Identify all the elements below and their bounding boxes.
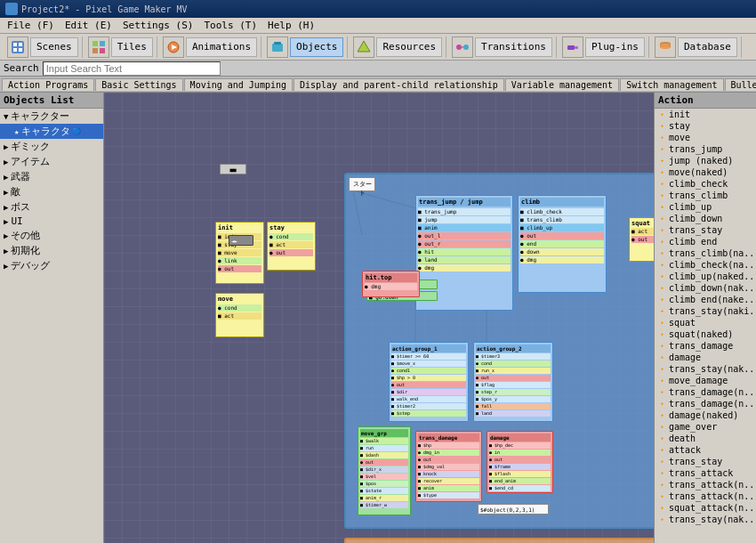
action-trans-climb-na[interactable]: 🔸trans_climb(na... xyxy=(655,247,756,259)
tree-item-boss[interactable]: ▶ ボス xyxy=(0,199,103,215)
action-squat-naked[interactable]: 🔸squat(naked) xyxy=(655,328,756,340)
action-climb-end-nake[interactable]: 🔸climb end(nake... xyxy=(655,294,756,305)
objects-icon-btn[interactable] xyxy=(267,36,288,58)
tree-item-enemy[interactable]: ▶ 敵 xyxy=(0,184,103,199)
action-damage-naked[interactable]: 🔸damage(naked) xyxy=(655,409,756,421)
bullet-icon: 🔸 xyxy=(658,181,666,188)
tree-item-item[interactable]: ▶ アイテム xyxy=(0,154,103,169)
toolbar-database[interactable]: Database xyxy=(678,37,737,57)
action-move-damage[interactable]: 🔸move_damage xyxy=(655,375,756,386)
plugins-icon-btn[interactable] xyxy=(562,36,583,58)
menu-file[interactable]: File (F) xyxy=(2,20,60,31)
node-yellow-3[interactable]: move ● cond ■ act xyxy=(215,293,264,337)
node-damage-1[interactable]: trans_damage ■ $hp ● dmg_in ● out ■ $dmg… xyxy=(415,431,482,502)
action-trans-damage-n2[interactable]: 🔸trans_damage(n... xyxy=(655,398,756,409)
action-climb-check-na[interactable]: 🔸climb_check(na... xyxy=(655,259,756,271)
action-trans-stay-nak-2[interactable]: 🔸trans_stay(nak... xyxy=(655,514,756,525)
node-damage-2[interactable]: damage ■ $hp_dec ● in ● out ■ $frame ■ $… xyxy=(487,431,553,493)
node-indicator[interactable]: ■■ xyxy=(220,164,246,174)
action-climb-down-nak[interactable]: 🔸climb_down(nak... xyxy=(655,282,756,294)
toolbar-plugins[interactable]: Plug-ins xyxy=(585,37,645,57)
action-game-over[interactable]: 🔸game_over xyxy=(655,421,756,433)
toolbar-animations[interactable]: Animations xyxy=(186,37,257,57)
action-trans-stay[interactable]: 🔸trans_stay xyxy=(655,224,756,236)
action-trans-attack-n2[interactable]: 🔸trans_attack(n... xyxy=(655,490,756,502)
tiles-icon-btn[interactable] xyxy=(88,36,109,58)
action-climb-up-naked[interactable]: 🔸climb_up(naked... xyxy=(655,271,756,282)
node-yellow-right-1[interactable]: squat ■ act ● out xyxy=(629,217,654,262)
node-func[interactable]: $#object(0,2,3,1) xyxy=(478,504,549,515)
node-pink-1[interactable]: hit.top ● dmg xyxy=(362,271,420,297)
tab-action-programs[interactable]: Action Programs xyxy=(2,78,94,91)
tab-moving-jumping[interactable]: Moving and Jumping xyxy=(184,78,293,91)
tree-item-character-folder[interactable]: ▼ キャラクター xyxy=(0,109,103,124)
action-trans-jump[interactable]: 🔸trans_jump xyxy=(655,143,756,155)
action-trans-stay-naki[interactable]: 🔸trans_stay(naki... xyxy=(655,305,756,317)
toolbar-objects[interactable]: Objects xyxy=(290,37,343,57)
action-trans-stay-2[interactable]: 🔸trans_stay xyxy=(655,456,756,467)
action-stay[interactable]: 🔸stay xyxy=(655,120,756,132)
toolbar-database-section: Database xyxy=(651,36,742,58)
tree-item-chara-selected[interactable]: ★ キャラクタ 🔵 xyxy=(0,124,103,139)
node-green-col[interactable]: move_grp ■ $walk ■ run ■ $dash ● out ■ $… xyxy=(358,426,411,515)
action-jump-naked[interactable]: 🔸jump (naked) xyxy=(655,155,756,166)
tab-bullet-settings[interactable]: Bullet Settings xyxy=(725,78,757,91)
node-yellow-2[interactable]: stay ● cond ■ act ● out xyxy=(267,222,316,271)
toolbar-scenes[interactable]: Scenes xyxy=(30,37,78,57)
node-start[interactable]: スタート xyxy=(349,177,375,191)
tree-item-label: その他 xyxy=(11,229,40,242)
title-bar: Project2* - Pixel Game Maker MV xyxy=(0,0,756,18)
toolbar-transitions[interactable]: Transitions xyxy=(475,37,552,57)
scenes-icon-btn[interactable] xyxy=(7,36,28,58)
tree-item-init[interactable]: ▶ 初期化 xyxy=(0,243,103,258)
menu-help[interactable]: Help (H) xyxy=(262,20,320,31)
action-climb-end[interactable]: 🔸climb end xyxy=(655,236,756,247)
resources-icon-btn[interactable] xyxy=(353,36,374,58)
menu-tools[interactable]: Tools (T) xyxy=(198,20,262,31)
action-climb-up[interactable]: 🔸climb_up xyxy=(655,201,756,213)
action-climb-down[interactable]: 🔸climb_down xyxy=(655,213,756,224)
toolbar-resources[interactable]: Resources xyxy=(376,37,442,57)
node-cluster-2[interactable]: action_group_2 ■ $timer3 ● cond ■ run_x … xyxy=(473,342,553,422)
search-input[interactable] xyxy=(43,61,221,76)
action-move[interactable]: 🔸move xyxy=(655,132,756,143)
action-squat-attack[interactable]: 🔸squat_attack(n... xyxy=(655,502,756,514)
tree-item-ui[interactable]: ▶ UI xyxy=(0,215,103,228)
canvas-area[interactable]: スタート init ■ init ■ stay ■ move ● link ● … xyxy=(104,93,654,543)
action-damage[interactable]: 🔸damage xyxy=(655,352,756,363)
animations-icon-btn[interactable] xyxy=(163,36,184,58)
action-trans-attack-n1[interactable]: 🔸trans_attack(n... xyxy=(655,479,756,490)
menu-edit[interactable]: Edit (E) xyxy=(60,20,117,31)
tree-item-weapon[interactable]: ▶ 武器 xyxy=(0,169,103,184)
tab-basic-settings[interactable]: Basic Settings xyxy=(95,78,182,91)
tree-item-debug[interactable]: ▶ デバッグ xyxy=(0,258,103,273)
action-trans-damage-n1[interactable]: 🔸trans_damage(n... xyxy=(655,386,756,398)
transitions-icon-btn[interactable] xyxy=(452,36,473,58)
database-icon-btn[interactable] xyxy=(655,36,676,58)
action-squat[interactable]: 🔸squat xyxy=(655,317,756,328)
tab-variable-mgmt[interactable]: Variable management xyxy=(505,78,619,91)
svg-rect-6 xyxy=(100,41,105,46)
action-trans-stay-nak[interactable]: 🔸trans_stay(nak... xyxy=(655,363,756,375)
action-death[interactable]: 🔸death xyxy=(655,433,756,444)
action-init[interactable]: 🔸init xyxy=(655,109,756,120)
action-climb-check[interactable]: 🔸climb_check xyxy=(655,178,756,190)
tab-display-parent[interactable]: Display and parent-child relationship xyxy=(294,78,504,91)
tree-item-gimmick[interactable]: ▶ ギミック xyxy=(0,139,103,154)
action-trans-climb[interactable]: 🔸trans_climb xyxy=(655,190,756,201)
node-cluster-1[interactable]: action_group_1 ■ $timer >= 60 ■ $move_x … xyxy=(389,342,469,422)
node-yellow-1[interactable]: init ■ init ■ stay ■ move ● link ● out xyxy=(215,222,264,284)
toolbar-tiles[interactable]: Tiles xyxy=(111,37,153,57)
node-small-connector[interactable]: ◄► xyxy=(229,235,253,246)
bullet-icon: 🔸 xyxy=(658,158,666,165)
tab-switch-mgmt[interactable]: Switch management xyxy=(620,78,723,91)
node-blue-main-2[interactable]: climb ■ climb_check ■ trans_climb ■ clim… xyxy=(518,195,607,293)
action-attack[interactable]: 🔸attack xyxy=(655,444,756,456)
action-list: 🔸init 🔸stay 🔸move 🔸trans_jump 🔸jump (nak… xyxy=(655,109,756,543)
action-move-naked[interactable]: 🔸move(naked) xyxy=(655,166,756,178)
bullet-icon: 🔸 xyxy=(658,250,666,257)
menu-settings[interactable]: Settings (S) xyxy=(117,20,198,31)
action-trans-attack[interactable]: 🔸trans_attack xyxy=(655,467,756,479)
action-trans-damage[interactable]: 🔸trans_damage xyxy=(655,340,756,352)
tree-item-other[interactable]: ▶ その他 xyxy=(0,228,103,243)
